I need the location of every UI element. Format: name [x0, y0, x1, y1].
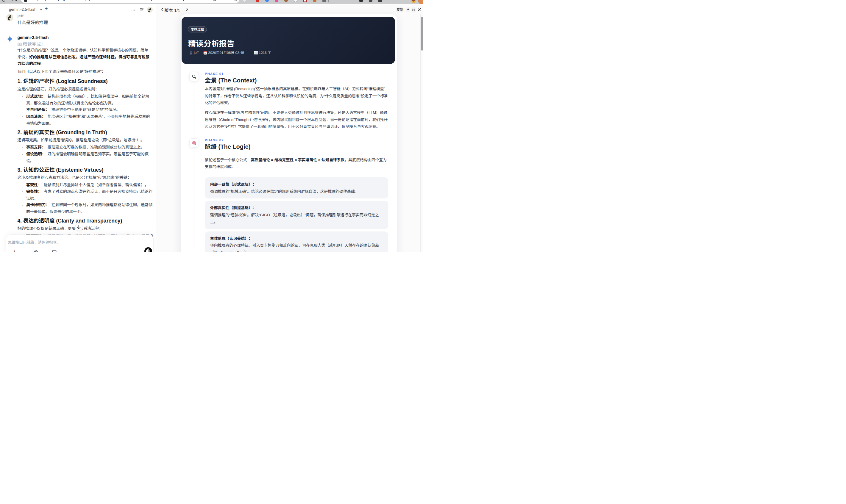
svg-text:17: 17 — [204, 52, 206, 54]
